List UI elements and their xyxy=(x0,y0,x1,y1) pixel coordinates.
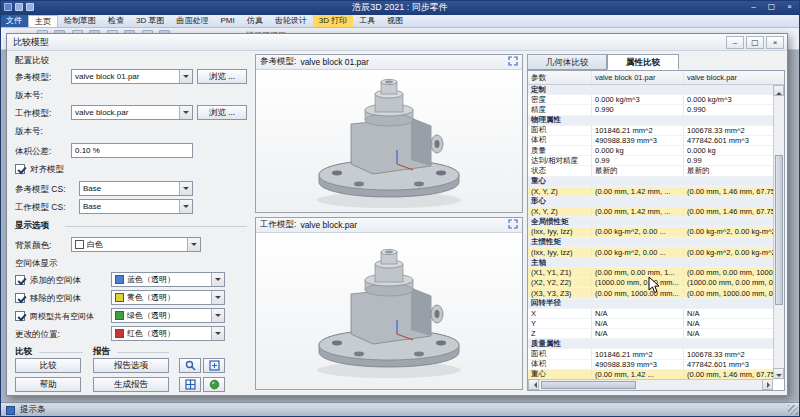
ribbon-tab[interactable]: 主页 xyxy=(28,15,58,27)
chevron-down-icon[interactable] xyxy=(211,291,224,304)
changed-position-color-combo[interactable]: 红色（透明） xyxy=(111,326,225,341)
horizontal-scrollbar[interactable] xyxy=(528,379,773,390)
common-volume-checkbox[interactable] xyxy=(15,311,25,321)
table-row[interactable]: 质量0.000 kg0.000 kg xyxy=(528,146,784,156)
chevron-down-icon[interactable] xyxy=(211,309,224,322)
ribbon-tab[interactable]: 工具 xyxy=(353,15,381,27)
scroll-up-icon[interactable] xyxy=(773,85,784,96)
table-row[interactable]: YN/AN/A xyxy=(528,319,784,329)
table-row[interactable]: (X, Y, Z)(0.00 mm, 1.42 mm, ...(0.00 mm,… xyxy=(528,187,784,197)
reference-viewport-file: valve block 01.par xyxy=(300,57,369,67)
chevron-down-icon[interactable] xyxy=(187,238,200,251)
compare-button[interactable]: 比较 xyxy=(15,358,81,373)
table-section-row[interactable]: 主轴 xyxy=(528,258,784,268)
expand-viewport-icon[interactable] xyxy=(508,219,518,231)
ribbon-tab[interactable]: 文件 xyxy=(0,15,28,27)
table-section-row[interactable]: 质量属性 xyxy=(528,339,784,349)
scroll-down-icon[interactable] xyxy=(773,368,784,379)
added-volume-color-combo[interactable]: 蓝色（透明） xyxy=(111,272,225,287)
removed-volume-checkbox[interactable] xyxy=(15,293,25,303)
resize-grip[interactable] xyxy=(788,405,798,415)
table-row[interactable]: 精度0.9900.990 xyxy=(528,105,784,115)
window-minimize-button[interactable]: – xyxy=(745,1,762,14)
ribbon-tab[interactable]: 仿真 xyxy=(241,15,269,27)
undo-icon[interactable] xyxy=(26,3,34,11)
dialog-maximize-button[interactable]: ▢ xyxy=(746,36,764,49)
column-header[interactable]: valve block 01.par xyxy=(592,71,684,84)
table-section-row[interactable]: 物理属性 xyxy=(528,116,784,126)
column-header[interactable]: valve block.par xyxy=(684,71,784,84)
table-row[interactable]: 面积101846.21 mm^2100678.33 mm^2 xyxy=(528,126,784,136)
fit-view-button[interactable] xyxy=(203,358,225,373)
scroll-right-icon[interactable] xyxy=(762,379,773,390)
generate-report-button[interactable]: 生成报告 xyxy=(93,377,169,392)
reference-viewport[interactable]: 参考模型: valve block 01.par xyxy=(255,54,523,213)
table-section-row[interactable]: 回转半径 xyxy=(528,299,784,309)
chevron-down-icon[interactable] xyxy=(179,200,192,213)
common-volume-color-combo[interactable]: 绿色（透明） xyxy=(111,308,225,323)
table-row[interactable]: (Ixx, Iyy, Izz)(0.00 kg-m^2, 0.00 ...(0.… xyxy=(528,248,784,258)
reference-model-combo[interactable]: valve block 01.par xyxy=(71,69,193,84)
ribbon-tab[interactable]: 绘制草图 xyxy=(58,15,102,27)
window-close-button[interactable]: × xyxy=(781,1,798,14)
ribbon-tab[interactable]: 曲面处理 xyxy=(170,15,214,27)
scrollbar-thumb[interactable] xyxy=(775,155,783,305)
background-color-combo[interactable]: 白色 xyxy=(71,237,201,252)
working-cs-combo[interactable]: Base xyxy=(79,199,193,214)
working-viewport-canvas[interactable] xyxy=(256,233,522,389)
report-options-button[interactable]: 报告选项 xyxy=(93,358,169,373)
table-row[interactable]: 体积490988.839 mm^3477842.601 mm^3 xyxy=(528,360,784,370)
reference-browse-button[interactable]: 浏览 ... xyxy=(197,69,247,84)
dialog-close-button[interactable]: × xyxy=(766,36,784,49)
table-section-row[interactable]: 形心 xyxy=(528,197,784,207)
four-views-button[interactable] xyxy=(179,377,201,392)
working-browse-button[interactable]: 浏览 ... xyxy=(197,105,247,120)
removed-volume-color-combo[interactable]: 黄色（透明） xyxy=(111,290,225,305)
table-row[interactable]: ZN/AN/A xyxy=(528,329,784,339)
table-section-row[interactable]: 全局惯性矩 xyxy=(528,217,784,227)
working-viewport[interactable]: 工作模型: valve block.par xyxy=(255,217,523,390)
table-section-row[interactable]: 重心 xyxy=(528,177,784,187)
ribbon-tab[interactable]: 3D 打印 xyxy=(313,15,353,27)
save-icon[interactable] xyxy=(15,3,23,11)
tolerance-input[interactable]: 0.10 % xyxy=(71,143,193,158)
column-header[interactable]: 参数 xyxy=(528,71,592,84)
align-model-checkbox[interactable] xyxy=(15,164,25,174)
ribbon-tab[interactable]: PMI xyxy=(214,15,240,27)
tab-property-compare[interactable]: 属性比较 xyxy=(607,54,679,70)
table-row[interactable]: 密度0.000 kg/m^30.000 kg/m^3 xyxy=(528,95,784,105)
window-maximize-button[interactable]: ▢ xyxy=(763,1,780,14)
table-row[interactable]: 面积101846.21 mm^2100678.33 mm^2 xyxy=(528,349,784,359)
tab-geometry-compare[interactable]: 几何体比较 xyxy=(527,54,607,70)
ribbon-tab[interactable]: 3D 草图 xyxy=(130,15,170,27)
chevron-down-icon[interactable] xyxy=(179,182,192,195)
ribbon-tab[interactable]: 检查 xyxy=(102,15,130,27)
working-model-combo[interactable]: valve block.par xyxy=(71,105,193,120)
chevron-down-icon[interactable] xyxy=(179,70,192,83)
scroll-left-icon[interactable] xyxy=(528,379,539,390)
scrollbar-thumb[interactable] xyxy=(541,381,636,389)
table-row[interactable]: 状态最新的最新的 xyxy=(528,166,784,176)
dialog-minimize-button[interactable]: – xyxy=(726,36,744,49)
expand-viewport-icon[interactable] xyxy=(508,56,518,68)
reference-viewport-canvas[interactable] xyxy=(256,70,522,212)
added-volume-checkbox[interactable] xyxy=(15,275,25,285)
table-row[interactable]: 体积490988.839 mm^3477842.601 mm^3 xyxy=(528,136,784,146)
table-row[interactable]: XN/AN/A xyxy=(528,309,784,319)
chevron-down-icon[interactable] xyxy=(211,273,224,286)
table-section-row[interactable]: 定制 xyxy=(528,85,784,95)
table-row[interactable]: 达到/相对精度0.990.99 xyxy=(528,156,784,166)
help-button[interactable]: 帮助 xyxy=(15,377,81,392)
zoom-tool-button[interactable] xyxy=(179,358,201,373)
ribbon-tab[interactable]: 齿轮设计 xyxy=(269,15,313,27)
table-row[interactable]: (X, Y, Z)(0.00 mm, 1.42 mm, ...(0.00 mm,… xyxy=(528,207,784,217)
table-section-row[interactable]: 主惯性矩 xyxy=(528,238,784,248)
reference-cs-combo[interactable]: Base xyxy=(79,181,193,196)
chevron-down-icon[interactable] xyxy=(211,327,224,340)
grid-icon xyxy=(185,379,196,390)
vertical-scrollbar[interactable] xyxy=(773,85,784,379)
chevron-down-icon[interactable] xyxy=(179,106,192,119)
ribbon-tab[interactable]: 视图 xyxy=(381,15,409,27)
table-row[interactable]: (Ixx, Iyy, Izz)(0.00 kg-m^2, 0.00 ...(0.… xyxy=(528,227,784,237)
refresh-view-button[interactable] xyxy=(203,377,225,392)
